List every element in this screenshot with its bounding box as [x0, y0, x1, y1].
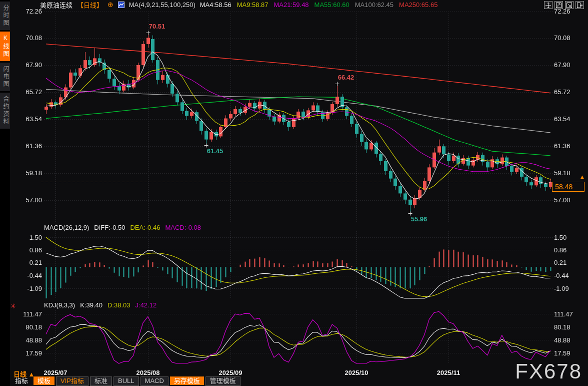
ma-value-2: MA9:58.87 [237, 1, 268, 9]
watermark: FX678 [515, 359, 582, 383]
price-annotation-55-96: 55.96 [411, 215, 428, 223]
compress-chart-icon[interactable] [554, 1, 563, 9]
period-tag: 【日线】 [77, 0, 103, 10]
price-annotation-61-45: 61.45 [207, 147, 224, 155]
macd-axis-tick-left-3: 0.21 [11, 259, 42, 266]
kdj-j-value: J:42.12 [136, 301, 157, 309]
sidebar: 分时图K线图闪电图合约资料 [0, 0, 10, 386]
crosshair-icon[interactable] [544, 1, 552, 9]
kdj-k-value: K:39.40 [80, 301, 102, 309]
macd-header: MACD(26,12,9) DIFF:-0.50 DEA:-0.46 MACD:… [44, 224, 201, 231]
macd-diff-value: DIFF:-0.50 [94, 224, 125, 231]
last-price-tag: 58.48 [552, 182, 584, 192]
date-label-2: 2025/08 [136, 369, 160, 376]
price-axis-tick-left-3: 67.90 [11, 61, 42, 69]
kdj-title: KDJ(9,3,3) [44, 301, 75, 309]
sidebar-tab-4[interactable]: 合约资料 [0, 93, 10, 129]
toolbar-tab-1[interactable]: 指标 [11, 376, 32, 385]
macd-macd-value: MACD:-0.08 [165, 224, 201, 231]
price-axis-tick-right-5: 63.54 [554, 115, 585, 123]
ma-value-5: MA100:62.45 [355, 1, 394, 9]
price-axis-tick-right-6: 61.36 [554, 142, 585, 150]
kdj-axis-tick-right-3: 48.88 [554, 336, 585, 344]
ma-values: MA4:58.56MA9:58.87MA21:59.48MA55:60.60MA… [200, 1, 438, 9]
sidebar-tab-1[interactable]: 分时图 [0, 2, 10, 30]
bottom-toolbar: 指标模板VIP指标标准BULLMACD另存模板管理模板 [11, 376, 240, 386]
kdj-marker-icon[interactable]: ✳ [10, 302, 16, 310]
macd-axis-tick-right-5: -1.09 [554, 285, 585, 292]
date-label-5: 2025/11 [437, 369, 460, 376]
chart-canvas[interactable] [0, 0, 588, 386]
price-axis-tick-right-2: 70.08 [554, 34, 585, 42]
macd-title: MACD(26,12,9) [44, 224, 89, 231]
macd-axis-tick-right-1: 1.50 [554, 234, 585, 241]
toolbar-tab-2[interactable]: 模板 [34, 376, 54, 385]
kdj-axis-tick-right-1: 111.47 [554, 310, 585, 318]
add-icon[interactable]: ⊕ [108, 1, 114, 9]
date-label-1: 2025/07 [44, 369, 68, 376]
macd-axis-tick-right-3: 0.21 [554, 259, 585, 266]
price-axis-tick-left-8: 57.00 [11, 196, 42, 204]
price-axis-tick-left-1: 72.26 [11, 8, 42, 15]
macd-axis-tick-left-4: -0.44 [11, 272, 42, 279]
toolbar-tab-7[interactable]: 另存模板 [170, 376, 204, 385]
kdj-axis-tick-left-1: 111.47 [11, 310, 42, 318]
sidebar-tab-2[interactable]: K线图 [0, 32, 10, 61]
date-label-4: 2025/10 [345, 369, 368, 376]
toolbar-tab-6[interactable]: MACD [140, 376, 168, 386]
ma-value-6: MA250:65.65 [399, 1, 438, 9]
kdj-header: KDJ(9,3,3) K:39.40 D:38.03 J:42.12 [44, 301, 156, 309]
toolbar-tab-5[interactable]: BULL [114, 376, 139, 386]
macd-axis-tick-right-4: -0.44 [554, 272, 585, 279]
kdj-axis-tick-right-2: 80.18 [554, 323, 585, 331]
macd-axis-tick-left-2: 0.86 [11, 246, 42, 254]
header-icon-group [544, 1, 584, 9]
price-axis-tick-right-3: 67.90 [554, 61, 585, 69]
toolbar-tab-8[interactable]: 管理模板 [206, 376, 240, 386]
kdj-axis-tick-left-2: 80.18 [11, 323, 42, 331]
price-annotation-66-42: 66.42 [338, 74, 354, 81]
kdj-axis-tick-right-4: 17.59 [554, 349, 585, 357]
ma-value-4: MA55:60.60 [314, 1, 350, 9]
date-label-3: 2025/09 [219, 369, 242, 376]
indicator-chart-icon [118, 2, 124, 8]
kdj-d-value: D:38.03 [108, 301, 130, 309]
ma-value-1: MA4:58.56 [200, 1, 232, 9]
macd-axis-tick-left-5: -1.09 [11, 285, 42, 292]
price-axis-tick-right-8: 57.00 [554, 196, 585, 204]
ma-value-3: MA21:59.48 [274, 1, 309, 9]
price-axis-tick-left-6: 61.36 [11, 142, 42, 150]
kdj-axis-tick-left-4: 17.59 [11, 349, 42, 357]
price-up-arrow-icon: ▲ [579, 173, 586, 181]
price-axis-tick-left-5: 63.54 [11, 115, 42, 123]
macd-dea-value: DEA:-0.46 [130, 224, 160, 231]
price-annotation-70-51: 70.51 [149, 23, 166, 30]
macd-axis-tick-left-1: 1.50 [11, 234, 42, 241]
symbol-title: 美原油连续 [40, 0, 72, 10]
price-axis-tick-right-4: 65.72 [554, 88, 585, 96]
chart-header: 美原油连续 【日线】 ⊕ MA(4,9,21,55,100,250) MA4:5… [40, 1, 438, 9]
price-axis-tick-left-7: 59.18 [11, 169, 42, 177]
ma-params-label: MA(4,9,21,55,100,250) [129, 1, 196, 9]
macd-axis-tick-right-2: 0.86 [554, 246, 585, 254]
next-page-icon[interactable] [576, 1, 584, 9]
expand-chart-icon[interactable] [565, 1, 574, 9]
sidebar-tab-3[interactable]: 闪电图 [0, 63, 10, 91]
kdj-axis-tick-left-3: 48.88 [11, 336, 42, 344]
price-axis-tick-left-4: 65.72 [11, 88, 42, 96]
toolbar-tab-4[interactable]: 标准 [90, 376, 112, 386]
price-axis-tick-left-2: 70.08 [11, 34, 42, 42]
toolbar-tab-3[interactable]: VIP指标 [56, 376, 88, 386]
